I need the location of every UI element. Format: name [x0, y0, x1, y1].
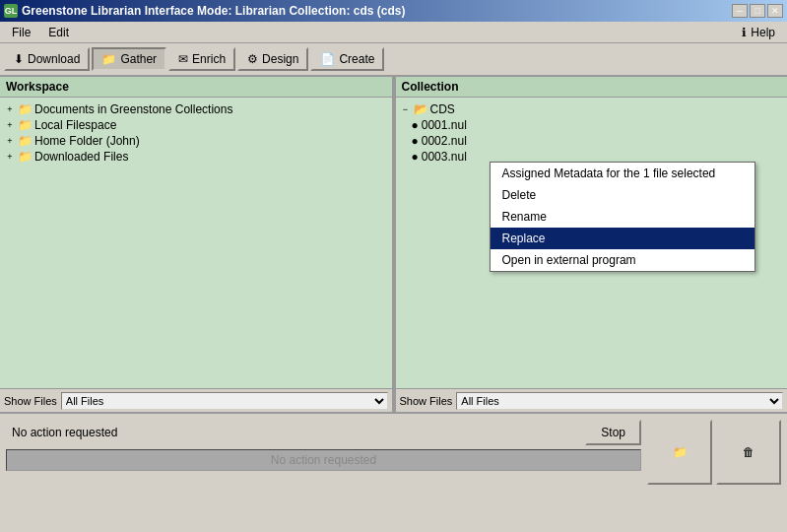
- folder-icon: 📁: [18, 102, 33, 116]
- collection-file-item-2[interactable]: ● 0002.nul: [412, 133, 784, 149]
- status-top: No action requested Stop: [6, 420, 641, 445]
- folder-icon: 📁: [18, 134, 33, 148]
- status-progress: No action requested: [6, 449, 641, 471]
- main-content: Workspace + 📁 Documents in Greenstone Co…: [0, 77, 787, 412]
- workspace-tree-item-downloaded[interactable]: + 📁 Downloaded Files: [4, 149, 388, 165]
- app-icon: GL: [4, 4, 18, 18]
- design-button[interactable]: ⚙ Design: [237, 47, 308, 71]
- expand-icon: +: [4, 136, 16, 146]
- expand-icon: +: [4, 120, 16, 130]
- ctx-delete[interactable]: Delete: [491, 184, 754, 206]
- workspace-item-label: Local Filespace: [34, 118, 116, 132]
- trash-status-button[interactable]: 🗑: [716, 420, 781, 485]
- workspace-show-files-bar: Show Files All Files: [0, 388, 392, 412]
- workspace-item-label: Home Folder (John): [34, 134, 140, 148]
- workspace-show-files-select[interactable]: All Files: [61, 392, 388, 410]
- stop-button[interactable]: Stop: [585, 420, 641, 445]
- download-button[interactable]: ⬇ Download: [4, 47, 90, 71]
- collection-tree-root[interactable]: − 📂 CDS: [400, 101, 784, 117]
- help-icon: ℹ: [742, 26, 747, 39]
- collection-show-files-bar: Show Files All Files: [396, 388, 788, 412]
- file-name: 0003.nul: [422, 150, 467, 164]
- workspace-header: Workspace: [0, 77, 392, 98]
- gather-button[interactable]: 📁 Gather: [92, 47, 166, 71]
- folder-status-icon: 📁: [673, 445, 688, 459]
- ctx-replace[interactable]: Replace: [491, 228, 754, 249]
- collection-show-files-label: Show Files: [400, 395, 453, 407]
- help-label: Help: [751, 26, 775, 39]
- statusbar: No action requested Stop No action reque…: [0, 412, 787, 491]
- enrich-button[interactable]: ✉ Enrich: [168, 47, 235, 71]
- workspace-item-label: Documents in Greenstone Collections: [34, 102, 232, 116]
- ctx-open-external[interactable]: Open in external program: [491, 249, 754, 271]
- workspace-content: + 📁 Documents in Greenstone Collections …: [0, 98, 392, 388]
- collection-content: − 📂 CDS ● 0001.nul ● 0002.nul ● 0003.nul…: [396, 98, 788, 388]
- folder-status-button[interactable]: 📁: [647, 420, 712, 485]
- download-label: Download: [28, 52, 80, 66]
- toolbar: ⬇ Download 📁 Gather ✉ Enrich ⚙ Design 📄 …: [0, 43, 787, 77]
- file-name: 0002.nul: [422, 134, 467, 148]
- maximize-button[interactable]: □: [750, 4, 765, 18]
- menu-file[interactable]: File: [4, 24, 38, 41]
- menubar: File Edit ℹ Help: [0, 22, 787, 43]
- folder-open-icon: 📂: [414, 102, 428, 116]
- titlebar-left: GL Greenstone Librarian Interface Mode: …: [4, 4, 405, 18]
- menubar-left: File Edit: [4, 24, 77, 41]
- download-icon: ⬇: [14, 52, 24, 66]
- enrich-icon: ✉: [178, 52, 188, 66]
- titlebar-controls: ─ □ ✕: [732, 4, 783, 18]
- close-button[interactable]: ✕: [767, 4, 783, 18]
- context-menu: Assigned Metadata for the 1 file selecte…: [490, 162, 755, 272]
- status-icons: 📁 🗑: [647, 420, 781, 485]
- titlebar-title: Greenstone Librarian Interface Mode: Lib…: [22, 4, 405, 18]
- folder-icon: 📁: [18, 118, 33, 132]
- workspace-show-files-label: Show Files: [4, 395, 57, 407]
- expand-icon: +: [4, 152, 16, 162]
- gather-label: Gather: [120, 52, 157, 66]
- titlebar: GL Greenstone Librarian Interface Mode: …: [0, 0, 787, 22]
- ctx-rename[interactable]: Rename: [491, 206, 754, 228]
- file-bullet: ●: [412, 118, 419, 132]
- status-left: No action requested Stop No action reque…: [6, 420, 641, 485]
- help-button[interactable]: ℹ Help: [734, 24, 783, 41]
- file-bullet: ●: [412, 150, 419, 164]
- create-label: Create: [339, 52, 374, 66]
- trash-status-icon: 🗑: [743, 445, 754, 459]
- minimize-button[interactable]: ─: [732, 4, 748, 18]
- ctx-assigned-metadata[interactable]: Assigned Metadata for the 1 file selecte…: [491, 163, 754, 184]
- workspace-tree-item-local[interactable]: + 📁 Local Filespace: [4, 117, 388, 133]
- file-name: 0001.nul: [422, 118, 467, 132]
- collection-show-files-select[interactable]: All Files: [456, 392, 783, 410]
- workspace-panel: Workspace + 📁 Documents in Greenstone Co…: [0, 77, 392, 412]
- workspace-tree-item-home[interactable]: + 📁 Home Folder (John): [4, 133, 388, 149]
- collection-header: Collection: [396, 77, 788, 98]
- status-message: No action requested: [6, 424, 579, 441]
- collection-panel: Collection − 📂 CDS ● 0001.nul ● 0002.nul…: [396, 77, 788, 412]
- create-button[interactable]: 📄 Create: [310, 47, 384, 71]
- collection-root-label: CDS: [430, 102, 455, 116]
- workspace-tree-item-docs[interactable]: + 📁 Documents in Greenstone Collections: [4, 101, 388, 117]
- enrich-label: Enrich: [192, 52, 226, 66]
- expand-icon: −: [400, 104, 412, 114]
- design-label: Design: [262, 52, 298, 66]
- design-icon: ⚙: [247, 52, 258, 66]
- folder-icon: 📁: [18, 150, 33, 164]
- expand-icon: +: [4, 104, 16, 114]
- menu-edit[interactable]: Edit: [40, 24, 77, 41]
- collection-file-item-1[interactable]: ● 0001.nul: [412, 117, 784, 133]
- file-bullet: ●: [412, 134, 419, 148]
- workspace-item-label: Downloaded Files: [34, 150, 128, 164]
- gather-icon: 📁: [101, 52, 116, 66]
- progress-text: No action requested: [271, 453, 376, 467]
- create-icon: 📄: [320, 52, 335, 66]
